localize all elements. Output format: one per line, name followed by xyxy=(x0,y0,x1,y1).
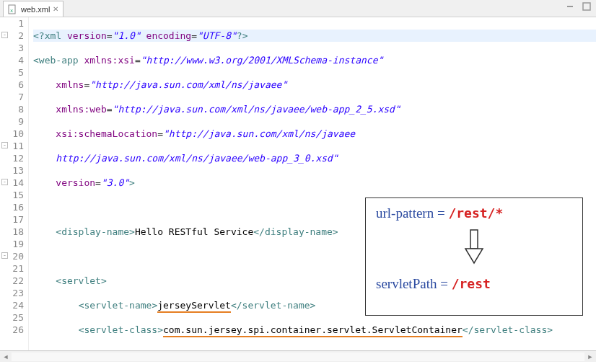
fold-toggle[interactable]: - xyxy=(1,32,8,38)
line-number: 18 xyxy=(0,226,24,238)
line-number: 3 xyxy=(0,42,24,54)
code-line: xsi:schemaLocation="http://java.sun.com/… xyxy=(33,128,596,140)
line-number: 1 xyxy=(0,17,24,30)
line-number: 9 xyxy=(0,115,24,128)
close-icon[interactable]: ✕ xyxy=(53,5,58,13)
line-number: 8 xyxy=(0,103,24,115)
line-number-gutter: 1 2- 3 4 5 6 7 8 9 10 11- 12 13 14- 15 1… xyxy=(0,17,29,350)
scrollbar-track[interactable] xyxy=(12,352,584,361)
annotation-line-2: servletPath = /rest xyxy=(376,276,572,292)
tab-bar: x web.xml ✕ xyxy=(0,0,596,17)
code-line: http://java.sun.com/xml/ns/javaee/web-ap… xyxy=(33,152,596,164)
xml-file-icon: x xyxy=(8,4,18,14)
maximize-icon[interactable] xyxy=(582,1,592,12)
line-number: 20- xyxy=(0,250,24,262)
line-number: 22 xyxy=(0,275,24,287)
code-line: <servlet-class>com.sun.jersey.spi.contai… xyxy=(33,324,596,336)
line-number: 26 xyxy=(0,324,24,336)
annotation-label: servletPath xyxy=(376,276,437,291)
fold-toggle[interactable]: - xyxy=(1,179,8,185)
line-number: 2- xyxy=(0,30,24,42)
line-number: 21 xyxy=(0,262,24,275)
svg-rect-2 xyxy=(567,6,573,7)
fold-toggle[interactable]: - xyxy=(1,252,8,259)
code-line: <init-param> xyxy=(33,348,596,350)
line-number: 25 xyxy=(0,311,24,324)
svg-text:x: x xyxy=(10,8,13,14)
scroll-left-icon[interactable]: ◄ xyxy=(0,352,12,362)
line-number: 23 xyxy=(0,287,24,299)
line-number: 15 xyxy=(0,189,24,201)
tab-filename: web.xml xyxy=(21,5,50,14)
line-number: 17 xyxy=(0,213,24,226)
editor-tab[interactable]: x web.xml ✕ xyxy=(3,1,63,17)
toolbar-right xyxy=(566,1,592,12)
line-number: 5 xyxy=(0,66,24,79)
fold-toggle[interactable]: - xyxy=(1,142,8,148)
line-number: 6 xyxy=(0,79,24,91)
line-number: 13 xyxy=(0,164,24,177)
annotation-value: /rest/* xyxy=(448,205,503,221)
line-number: 12 xyxy=(0,152,24,164)
line-number: 10 xyxy=(0,128,24,140)
code-line: <?xml version="1.0" encoding="UTF-8"?> xyxy=(33,30,596,42)
minimize-icon[interactable] xyxy=(566,1,576,12)
annotation-box: url-pattern = /rest/* servletPath = /res… xyxy=(365,197,583,316)
svg-rect-4 xyxy=(470,230,478,249)
line-number: 24 xyxy=(0,299,24,311)
annotation-line-1: url-pattern = /rest/* xyxy=(376,205,572,221)
horizontal-scrollbar[interactable]: ◄ ► xyxy=(0,350,596,362)
line-number: 16 xyxy=(0,201,24,213)
line-number: 11- xyxy=(0,140,24,152)
svg-rect-3 xyxy=(583,3,590,10)
code-line: xmlns:web="http://java.sun.com/xml/ns/ja… xyxy=(33,103,596,115)
scroll-right-icon[interactable]: ► xyxy=(584,352,596,362)
line-number: 19 xyxy=(0,238,24,250)
svg-marker-5 xyxy=(465,249,483,263)
code-line: version="3.0"> xyxy=(33,177,596,189)
code-line: <web-app xmlns:xsi="http://www.w3.org/20… xyxy=(33,54,596,66)
line-number: 14- xyxy=(0,177,24,189)
annotation-label: url-pattern xyxy=(376,205,434,221)
code-line: xmlns="http://java.sun.com/xml/ns/javaee… xyxy=(33,79,596,91)
line-number: 7 xyxy=(0,91,24,103)
arrow-down-icon xyxy=(376,228,572,269)
annotation-value: /rest xyxy=(452,276,491,291)
line-number: 4 xyxy=(0,54,24,66)
